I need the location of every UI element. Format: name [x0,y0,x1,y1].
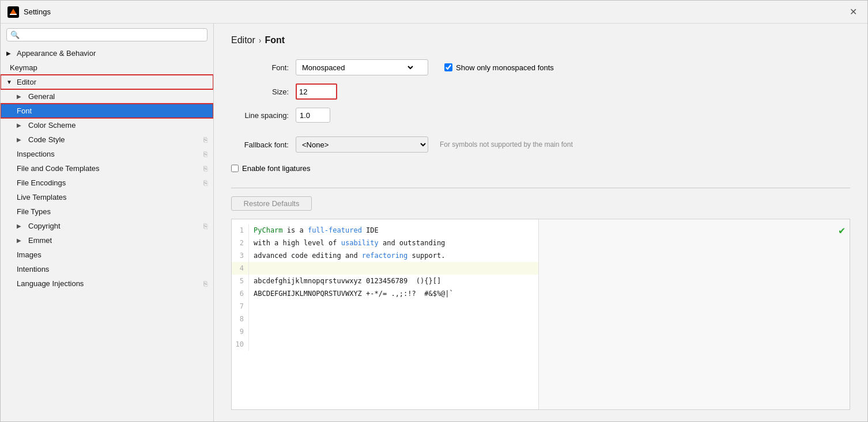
sidebar-item-label: Appearance & Behavior [17,49,96,58]
sidebar-item-label: Editor [17,78,36,86]
copy-icon: ⎘ [203,179,207,187]
copy-icon: ⎘ [203,280,207,288]
copy-icon: ⎘ [203,222,207,230]
sidebar-item-editor[interactable]: ▼ Editor [1,75,213,89]
sidebar-item-intentions[interactable]: Intentions [1,262,213,276]
sidebar-item-images[interactable]: Images [1,248,213,262]
line-spacing-label: Line spacing: [231,111,289,120]
sidebar-item-label: File Types [17,207,51,216]
chevron-right-icon: ▶ [17,237,25,244]
sidebar-item-label: General [28,92,55,101]
sidebar-item-label: Language Injections [17,279,84,288]
show-monospaced-label: Show only monospaced fonts [456,63,554,72]
sidebar-item-appearance[interactable]: ▶ Appearance & Behavior [1,46,213,60]
size-row: Size: [231,83,850,100]
preview-line-2: 2 with a high level of usability and out… [232,237,538,249]
sidebar-item-file-types[interactable]: File Types [1,204,213,219]
preview-right-panel [538,219,850,409]
chevron-right-icon: ▶ [17,223,25,229]
line-number-6: 6 [232,287,249,300]
copy-icon: ⎘ [203,150,207,158]
sidebar-item-language-injections[interactable]: Language Injections ⎘ [1,276,213,291]
content-area: Editor › Font Font: Monospaced Arial Cou… [214,24,867,421]
close-button[interactable]: ✕ [846,5,861,18]
sidebar-item-file-code-templates[interactable]: File and Code Templates ⎘ [1,161,213,176]
sidebar-item-color-scheme[interactable]: ▶ Color Scheme [1,118,213,132]
font-row: Font: Monospaced Arial Courier New Conso… [231,59,850,75]
font-dropdown[interactable]: Monospaced Arial Courier New Consolas [296,59,428,75]
preview-line-1: 1 PyCharm is a full-featured IDE [232,224,538,237]
breadcrumb: Editor › Font [231,35,850,45]
chevron-right-icon: ▶ [17,136,25,143]
fallback-font-select[interactable]: <None> [296,136,428,153]
line-number-7: 7 [232,300,249,313]
sidebar-item-inspections[interactable]: Inspections ⎘ [1,147,213,161]
line-number-2: 2 [232,237,249,249]
svg-rect-2 [10,14,17,15]
sidebar-item-label: Emmet [28,236,52,245]
chevron-right-icon: ▶ [17,93,25,100]
settings-window: Settings ✕ 🔍 ▶ Appearance & Behavior Key… [0,0,868,422]
chevron-down-icon: ▼ [6,79,14,85]
sidebar-item-label: Font [17,107,32,115]
sidebar-item-general[interactable]: ▶ General [1,89,213,104]
preview-line-8: 8 [232,313,538,325]
preview-line-4: 4 [232,262,538,275]
line-number-9: 9 [232,325,249,338]
line-content-2: with a high level of usability and outst… [254,237,445,249]
sidebar-item-font[interactable]: Font [1,104,213,118]
line-number-8: 8 [232,313,249,325]
line-content-6: ABCDEFGHIJKLMNOPQRSTUVWXYZ +-*/= .,;:!? … [254,287,454,300]
sidebar-item-keymap[interactable]: Keymap [1,60,213,75]
sidebar-item-label: Color Scheme [28,121,76,130]
show-monospaced-row: Show only monospaced fonts [444,63,554,72]
line-number-1: 1 [232,224,249,237]
preview-line-10: 10 [232,338,538,351]
copy-icon: ⎘ [203,136,207,144]
preview-line-3: 3 advanced code editing and refactoring … [232,249,538,262]
sidebar-item-label: File and Code Templates [17,164,100,173]
breadcrumb-parent: Editor [231,35,255,45]
size-input[interactable] [299,88,334,96]
line-spacing-row: Line spacing: [231,108,850,123]
search-input[interactable] [22,31,203,39]
preview-area: 1 PyCharm is a full-featured IDE 2 with … [231,219,850,410]
search-box[interactable]: 🔍 [6,28,207,41]
sidebar-item-label: Copyright [28,222,61,230]
size-input-wrapper[interactable] [296,83,337,100]
font-label: Font: [231,63,289,72]
search-icon: 🔍 [10,31,20,39]
sidebar-item-label: File Encodings [17,178,66,187]
line-content-5: abcdefghijklmnopqrstuvwxyz 0123456789 ()… [254,275,441,287]
line-content-3: advanced code editing and refactoring su… [254,249,445,262]
sidebar-item-label: Keymap [10,63,37,72]
line-content-4 [254,262,258,275]
sidebar-item-copyright[interactable]: ▶ Copyright ⎘ [1,219,213,233]
main-area: 🔍 ▶ Appearance & Behavior Keymap ▼ Edito… [1,24,867,421]
chevron-right-icon: ▶ [17,122,25,128]
sidebar-item-code-style[interactable]: ▶ Code Style ⎘ [1,132,213,147]
window-title: Settings [24,7,51,16]
line-spacing-input[interactable] [296,108,330,123]
line-content-7 [254,300,258,313]
fallback-font-row: Fallback font: <None> For symbols not su… [231,136,850,153]
ligatures-row: Enable font ligatures [231,164,850,173]
preview-line-5: 5 abcdefghijklmnopqrstuvwxyz 0123456789 … [232,275,538,287]
sidebar: 🔍 ▶ Appearance & Behavior Keymap ▼ Edito… [1,24,214,421]
line-number-5: 5 [232,275,249,287]
size-label: Size: [231,88,289,96]
ligatures-checkbox[interactable] [231,165,239,172]
sidebar-item-live-templates[interactable]: Live Templates [1,190,213,204]
ligatures-label: Enable font ligatures [242,164,311,173]
sidebar-item-emmet[interactable]: ▶ Emmet [1,233,213,248]
sidebar-item-label: Code Style [28,135,65,144]
show-monospaced-checkbox[interactable] [444,63,452,71]
preview-line-7: 7 [232,300,538,313]
sidebar-item-label: Intentions [17,265,49,273]
fallback-hint: For symbols not supported by the main fo… [440,140,573,149]
restore-defaults-button[interactable]: Restore Defaults [231,196,312,211]
font-select[interactable]: Monospaced Arial Courier New Consolas [300,63,415,73]
app-icon [7,6,19,18]
preview-line-6: 6 ABCDEFGHIJKLMNOPQRSTUVWXYZ +-*/= .,;:!… [232,287,538,300]
sidebar-item-file-encodings[interactable]: File Encodings ⎘ [1,176,213,190]
